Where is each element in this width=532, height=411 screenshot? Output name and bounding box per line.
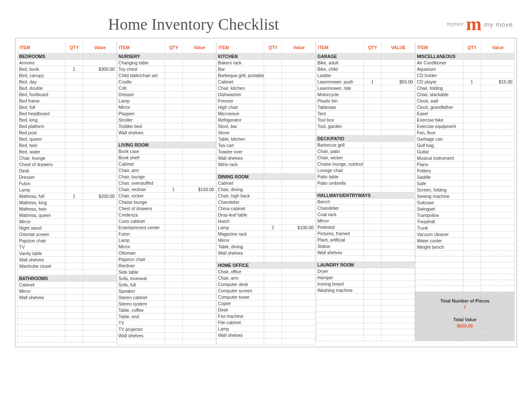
item-cell[interactable]: Mattress, full: [18, 193, 65, 199]
item-cell[interactable]: Bed, double: [18, 85, 65, 91]
item-cell[interactable]: Wall shelves: [117, 129, 164, 136]
item-cell[interactable]: Bed, bunk: [18, 66, 65, 72]
qty-cell[interactable]: [463, 91, 481, 97]
value-cell[interactable]: [481, 262, 514, 268]
value-cell[interactable]: [381, 243, 415, 249]
qty-cell[interactable]: [164, 313, 182, 319]
qty-cell[interactable]: [463, 72, 481, 78]
value-cell[interactable]: [282, 319, 315, 325]
qty-cell[interactable]: [363, 243, 381, 249]
item-cell[interactable]: CD player: [415, 78, 463, 85]
value-cell[interactable]: [182, 85, 216, 91]
qty-cell[interactable]: [65, 78, 83, 85]
qty-cell[interactable]: [65, 97, 83, 104]
qty-cell[interactable]: [164, 104, 182, 110]
value-cell[interactable]: [282, 275, 315, 281]
item-cell[interactable]: Copier: [217, 300, 264, 306]
value-cell[interactable]: [381, 142, 415, 148]
value-cell[interactable]: [182, 104, 216, 110]
item-cell[interactable]: CD holder: [415, 72, 463, 78]
value-cell[interactable]: [83, 281, 117, 288]
item-cell[interactable]: [117, 136, 164, 142]
item-cell[interactable]: Wall shelves: [18, 256, 65, 263]
item-cell[interactable]: Musical instrument: [415, 155, 463, 161]
qty-cell[interactable]: [463, 104, 481, 110]
item-cell[interactable]: Cabinet: [217, 78, 264, 85]
qty-cell[interactable]: [264, 230, 282, 237]
value-cell[interactable]: [182, 281, 216, 288]
qty-cell[interactable]: [463, 286, 481, 292]
value-cell[interactable]: [481, 206, 514, 212]
value-cell[interactable]: [83, 263, 117, 269]
qty-cell[interactable]: [264, 142, 282, 148]
item-cell[interactable]: Wine rack: [217, 161, 264, 167]
item-cell[interactable]: [217, 338, 264, 344]
qty-cell[interactable]: [463, 237, 481, 244]
qty-cell[interactable]: [65, 330, 83, 336]
item-cell[interactable]: Lamp: [117, 237, 164, 243]
item-cell[interactable]: Magazine rack: [217, 230, 264, 237]
item-cell[interactable]: Motorcycle: [316, 91, 363, 97]
qty-cell[interactable]: [164, 332, 182, 339]
qty-cell[interactable]: [164, 256, 182, 262]
value-cell[interactable]: [182, 161, 216, 167]
item-cell[interactable]: Cabinet: [117, 161, 164, 167]
item-cell[interactable]: Wardrobe closet: [18, 263, 65, 269]
value-cell[interactable]: [381, 198, 415, 205]
value-cell[interactable]: [182, 59, 216, 66]
value-cell[interactable]: [282, 78, 315, 85]
item-cell[interactable]: Chest of drawers: [117, 205, 164, 211]
item-cell[interactable]: Vanity table: [18, 250, 65, 256]
item-cell[interactable]: Drop-leaf table: [217, 211, 264, 218]
value-cell[interactable]: [182, 300, 216, 307]
qty-cell[interactable]: [164, 154, 182, 161]
value-cell[interactable]: [83, 306, 117, 312]
value-cell[interactable]: [83, 237, 117, 244]
value-cell[interactable]: [83, 312, 117, 318]
qty-cell[interactable]: [463, 129, 481, 136]
value-cell[interactable]: $200.00: [83, 193, 117, 199]
item-cell[interactable]: TV projector: [117, 326, 164, 332]
value-cell[interactable]: [282, 332, 315, 338]
item-cell[interactable]: Fan, floor: [415, 129, 463, 136]
item-cell[interactable]: Chandelier: [316, 205, 363, 211]
qty-cell[interactable]: [65, 318, 83, 324]
qty-cell[interactable]: [363, 317, 381, 323]
value-cell[interactable]: [481, 280, 514, 286]
qty-cell[interactable]: [65, 148, 83, 155]
value-cell[interactable]: [381, 311, 415, 317]
value-cell[interactable]: [83, 97, 117, 104]
qty-cell[interactable]: [264, 85, 282, 91]
value-cell[interactable]: [182, 211, 216, 218]
value-cell[interactable]: [282, 97, 315, 104]
qty-cell[interactable]: [363, 329, 381, 335]
item-cell[interactable]: Fax machine: [217, 313, 264, 319]
qty-cell[interactable]: [65, 104, 83, 110]
value-cell[interactable]: [182, 256, 216, 262]
value-cell[interactable]: [182, 269, 216, 275]
item-cell[interactable]: Treadmill: [415, 218, 463, 225]
value-cell[interactable]: [83, 300, 117, 306]
item-cell[interactable]: Chair, patio: [316, 148, 363, 154]
value-cell[interactable]: [83, 336, 117, 342]
value-cell[interactable]: [83, 199, 117, 206]
value-cell[interactable]: [182, 294, 216, 300]
qty-cell[interactable]: [65, 129, 83, 136]
value-cell[interactable]: [182, 313, 216, 319]
qty-cell[interactable]: [65, 281, 83, 288]
value-cell[interactable]: [182, 123, 216, 129]
qty-cell[interactable]: [65, 180, 83, 186]
item-cell[interactable]: Lamp: [117, 97, 164, 104]
value-cell[interactable]: [381, 230, 415, 236]
qty-cell[interactable]: [264, 186, 282, 192]
item-cell[interactable]: [117, 339, 164, 344]
item-cell[interactable]: Plant, artificial: [316, 236, 363, 243]
qty-cell[interactable]: [363, 217, 381, 224]
item-cell[interactable]: [415, 262, 463, 268]
item-cell[interactable]: [415, 280, 463, 286]
item-cell[interactable]: Stereo cabinet: [117, 294, 164, 300]
item-cell[interactable]: Table, coffee: [117, 307, 164, 313]
item-cell[interactable]: Toy chest: [117, 66, 164, 72]
qty-cell[interactable]: [363, 104, 381, 110]
qty-cell[interactable]: [264, 129, 282, 136]
